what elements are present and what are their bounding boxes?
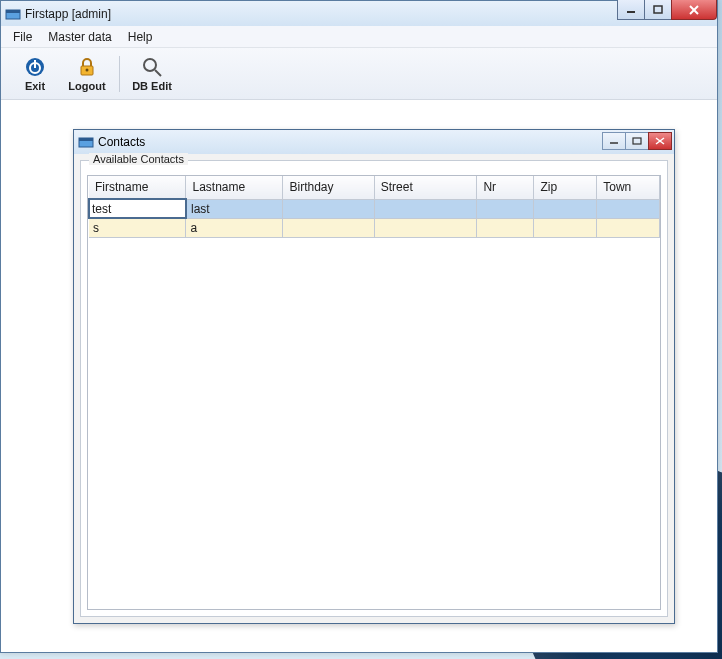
- group-label: Available Contacts: [89, 153, 188, 165]
- cell-street[interactable]: [374, 218, 477, 238]
- content-area: Contacts Available Contacts: [1, 101, 717, 652]
- toolbar: Exit Logout DB Edit: [1, 48, 717, 100]
- cell-nr[interactable]: [477, 199, 534, 218]
- main-titlebar[interactable]: Firstapp [admin]: [1, 0, 717, 26]
- cell-lastname[interactable]: last: [186, 199, 283, 218]
- magnifier-icon: [141, 56, 163, 78]
- main-window: Firstapp [admin] File Master data Help E…: [0, 0, 718, 653]
- cell-street[interactable]: [374, 199, 477, 218]
- svg-line-12: [155, 70, 161, 76]
- table-row[interactable]: s a: [89, 218, 660, 238]
- cell-town[interactable]: [597, 218, 660, 238]
- cell-lastname[interactable]: a: [186, 218, 283, 238]
- minimize-button[interactable]: [617, 0, 645, 20]
- close-button[interactable]: [671, 0, 717, 20]
- power-icon: [24, 56, 46, 78]
- toolbar-separator: [119, 56, 120, 92]
- table-row[interactable]: test last: [89, 199, 660, 218]
- cell-birthday[interactable]: [283, 199, 374, 218]
- logout-button[interactable]: Logout: [61, 51, 113, 97]
- exit-button[interactable]: Exit: [9, 51, 61, 97]
- exit-label: Exit: [25, 80, 45, 92]
- maximize-button[interactable]: [644, 0, 672, 20]
- cell-nr[interactable]: [477, 218, 534, 238]
- contacts-minimize-button[interactable]: [602, 132, 626, 150]
- cell-zip[interactable]: [534, 199, 597, 218]
- contacts-icon: [78, 136, 94, 148]
- svg-rect-1: [6, 10, 20, 13]
- cell-zip[interactable]: [534, 218, 597, 238]
- menu-bar: File Master data Help: [1, 26, 717, 48]
- contacts-window-controls: [603, 132, 672, 150]
- contacts-titlebar[interactable]: Contacts: [74, 130, 674, 154]
- lock-icon: [76, 56, 98, 78]
- header-town[interactable]: Town: [597, 176, 660, 199]
- menu-masterdata[interactable]: Master data: [40, 27, 119, 47]
- main-title: Firstapp [admin]: [25, 7, 111, 21]
- header-lastname[interactable]: Lastname: [186, 176, 283, 199]
- svg-point-11: [144, 59, 156, 71]
- header-firstname[interactable]: Firstname: [89, 176, 186, 199]
- svg-rect-16: [633, 138, 641, 144]
- header-zip[interactable]: Zip: [534, 176, 597, 199]
- main-window-controls: [618, 0, 717, 20]
- contacts-table[interactable]: Firstname Lastname Birthday Street Nr Zi…: [88, 176, 660, 238]
- available-contacts-group: Available Contacts Firstname Lastname Bi…: [80, 160, 668, 617]
- cell-firstname[interactable]: test: [89, 199, 186, 218]
- table-header-row: Firstname Lastname Birthday Street Nr Zi…: [89, 176, 660, 199]
- contacts-window: Contacts Available Contacts: [73, 129, 675, 624]
- menu-file[interactable]: File: [5, 27, 40, 47]
- header-nr[interactable]: Nr: [477, 176, 534, 199]
- logout-label: Logout: [68, 80, 105, 92]
- cell-birthday[interactable]: [283, 218, 374, 238]
- contacts-close-button[interactable]: [648, 132, 672, 150]
- app-icon: [5, 8, 21, 20]
- dbedit-label: DB Edit: [132, 80, 172, 92]
- contacts-title: Contacts: [98, 135, 145, 149]
- cell-firstname[interactable]: s: [89, 218, 186, 238]
- cell-town[interactable]: [597, 199, 660, 218]
- menu-help[interactable]: Help: [120, 27, 161, 47]
- contacts-table-container[interactable]: Firstname Lastname Birthday Street Nr Zi…: [87, 175, 661, 610]
- dbedit-button[interactable]: DB Edit: [126, 51, 178, 97]
- header-street[interactable]: Street: [374, 176, 477, 199]
- svg-point-10: [86, 68, 89, 71]
- contacts-maximize-button[interactable]: [625, 132, 649, 150]
- svg-rect-3: [654, 6, 662, 13]
- header-birthday[interactable]: Birthday: [283, 176, 374, 199]
- svg-rect-14: [79, 138, 93, 141]
